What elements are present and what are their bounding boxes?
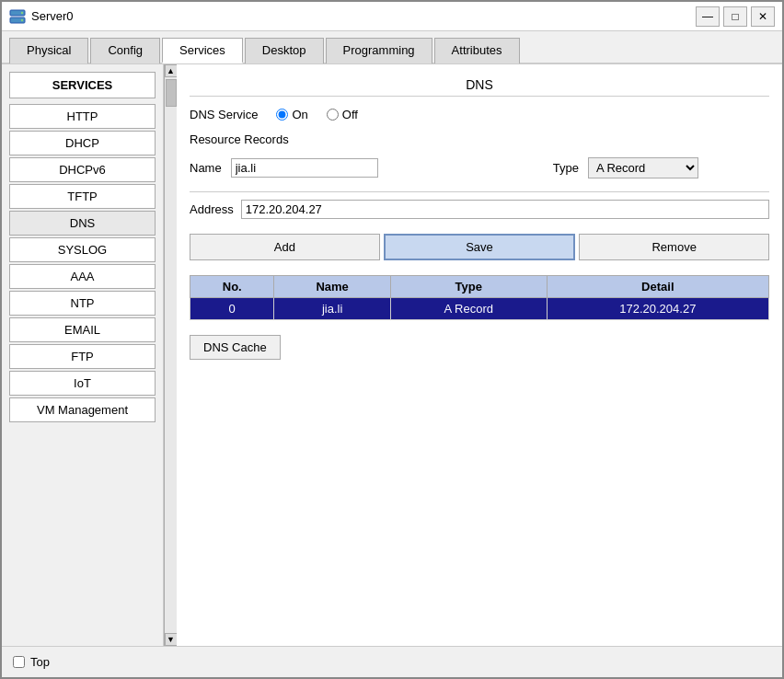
sidebar-header: SERVICES	[9, 72, 156, 98]
dns-off-radio[interactable]	[327, 109, 339, 121]
server-icon	[9, 8, 26, 25]
close-button[interactable]: ✕	[751, 6, 775, 27]
sidebar-item-iot[interactable]: IoT	[9, 371, 156, 396]
sidebar-item-aaa[interactable]: AAA	[9, 264, 156, 289]
sidebar-item-tftp[interactable]: TFTP	[9, 184, 156, 209]
scroll-down-arrow[interactable]: ▼	[165, 633, 178, 646]
col-no: No.	[190, 276, 274, 298]
top-checkbox[interactable]	[13, 656, 25, 668]
sidebar: SERVICES HTTP DHCP DHCPv6 TFTP DNS SYSLO…	[2, 64, 164, 646]
col-name: Name	[274, 276, 390, 298]
sidebar-scroll: HTTP DHCP DHCPv6 TFTP DNS SYSLOG AAA NTP…	[2, 102, 163, 646]
title-bar: Server0 — □ ✕	[2, 2, 782, 31]
name-input[interactable]	[231, 158, 378, 178]
tab-physical[interactable]: Physical	[9, 38, 88, 63]
title-bar-left: Server0	[9, 8, 74, 25]
type-label: Type	[553, 161, 579, 175]
tab-config[interactable]: Config	[90, 38, 160, 63]
address-label: Address	[190, 202, 234, 216]
minimize-button[interactable]: —	[696, 6, 720, 27]
bottom-bar: Top	[2, 646, 782, 677]
type-select[interactable]: A RecordAAAA RecordCNAMEMXNS	[588, 157, 698, 178]
dns-on-label[interactable]: On	[276, 108, 307, 121]
buttons-row: Add Save Remove	[190, 234, 769, 260]
remove-button[interactable]: Remove	[579, 234, 769, 260]
table-row[interactable]: 0jia.liA Record172.20.204.27	[190, 298, 769, 320]
window-title: Server0	[31, 9, 74, 23]
main-window: Server0 — □ ✕ Physical Config Services D…	[0, 0, 784, 679]
dns-off-text: Off	[342, 108, 358, 121]
maximize-button[interactable]: □	[723, 6, 747, 27]
dns-section-title: DNS	[190, 74, 769, 97]
top-label: Top	[30, 655, 50, 669]
col-detail: Detail	[547, 276, 768, 298]
tab-desktop[interactable]: Desktop	[245, 38, 324, 63]
scroll-thumb[interactable]	[166, 79, 177, 107]
sidebar-wrapper: SERVICES HTTP DHCP DHCPv6 TFTP DNS SYSLO…	[2, 64, 177, 646]
svg-point-2	[21, 11, 23, 13]
sidebar-item-syslog[interactable]: SYSLOG	[9, 237, 156, 262]
dns-off-label[interactable]: Off	[327, 108, 358, 121]
resource-records-label: Resource Records	[190, 132, 769, 146]
sidebar-item-http[interactable]: HTTP	[9, 104, 156, 129]
tab-services[interactable]: Services	[162, 38, 243, 63]
dns-content-area: DNS DNS Service On Off Resource Records …	[177, 64, 782, 646]
name-type-row: Name Type A RecordAAAA RecordCNAMEMXNS	[190, 157, 769, 178]
records-table: No. Name Type Detail 0jia.liA Record172.…	[190, 275, 769, 320]
save-button[interactable]: Save	[384, 234, 576, 260]
sidebar-item-vm-management[interactable]: VM Management	[9, 397, 156, 422]
sidebar-item-dhcp[interactable]: DHCP	[9, 131, 156, 155]
sidebar-scrollbar[interactable]: ▲ ▼	[164, 64, 177, 646]
sidebar-item-dhcpv6[interactable]: DHCPv6	[9, 157, 156, 182]
add-button[interactable]: Add	[190, 234, 380, 260]
tab-programming[interactable]: Programming	[326, 38, 432, 63]
dns-service-row: DNS Service On Off	[190, 108, 769, 121]
sidebar-item-ftp[interactable]: FTP	[9, 344, 156, 369]
top-checkbox-label[interactable]: Top	[13, 655, 50, 669]
address-row: Address	[190, 200, 769, 219]
tabs-row: Physical Config Services Desktop Program…	[2, 31, 782, 64]
sidebar-item-ntp[interactable]: NTP	[9, 291, 156, 316]
col-type: Type	[390, 276, 547, 298]
main-content: SERVICES HTTP DHCP DHCPv6 TFTP DNS SYSLO…	[2, 64, 782, 646]
address-input[interactable]	[241, 200, 769, 219]
svg-point-3	[21, 18, 23, 20]
dns-cache-button[interactable]: DNS Cache	[190, 335, 281, 360]
dns-on-text: On	[292, 108, 307, 121]
title-controls: — □ ✕	[696, 6, 775, 27]
tab-attributes[interactable]: Attributes	[434, 38, 520, 63]
name-label: Name	[190, 161, 222, 175]
sidebar-item-dns[interactable]: DNS	[9, 211, 156, 236]
sidebar-item-email[interactable]: EMAIL	[9, 317, 156, 342]
dns-on-radio[interactable]	[276, 109, 288, 121]
dns-service-label: DNS Service	[190, 108, 258, 121]
scroll-up-arrow[interactable]: ▲	[165, 64, 178, 77]
